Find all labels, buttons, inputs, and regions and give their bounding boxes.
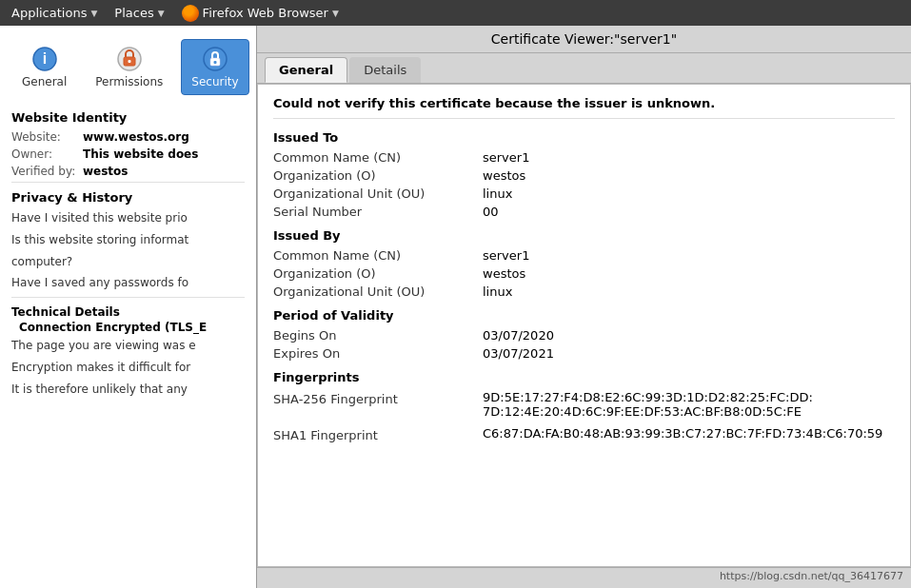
cert-field-row: Organizational Unit (OU)linux — [273, 186, 895, 201]
cert-field-row: Organization (O)westos — [273, 168, 895, 183]
cert-field-row: Begins On03/07/2020 — [273, 328, 895, 343]
sha256-row: SHA-256 Fingerprint 9D:5E:17:27:F4:D8:E2… — [273, 390, 895, 419]
svg-text:i: i — [42, 50, 46, 67]
svg-rect-4 — [128, 60, 130, 63]
tech-line3: It is therefore unlikely that any — [11, 382, 230, 398]
system-topbar: Applications ▼ Places ▼ Firefox Web Brow… — [0, 0, 911, 26]
places-label: Places — [114, 6, 153, 20]
cert-field-row: Expires On03/07/2021 — [273, 346, 895, 361]
cert-field-label: Common Name (CN) — [273, 248, 483, 263]
cert-field-label: Organization (O) — [273, 168, 483, 183]
left-panel: i General Permissions — [0, 26, 257, 588]
firefox-arrow: ▼ — [332, 9, 339, 18]
applications-label: Applications — [11, 6, 87, 20]
verified-label: Verified by: — [11, 165, 83, 178]
security-icon-label: Security — [191, 75, 238, 88]
applications-arrow: ▼ — [90, 9, 97, 18]
firefox-label: Firefox Web Browser — [203, 6, 328, 20]
issued-to-title: Issued To — [273, 130, 895, 145]
validity-title: Period of Validity — [273, 308, 895, 323]
sha1-label: SHA1 Fingerprint — [273, 426, 483, 442]
cert-dialog: Certificate Viewer:"server1" General Det… — [257, 26, 911, 588]
owner-value: This website does — [83, 147, 198, 161]
sha1-row: SHA1 Fingerprint C6:87:DA:FA:B0:48:AB:93… — [273, 426, 895, 442]
cert-field-row: Serial Number00 — [273, 205, 895, 219]
tech-line1: The page you are viewing was e — [11, 338, 230, 354]
svg-rect-7 — [213, 61, 216, 64]
owner-row: Owner: This website does — [11, 147, 245, 161]
cert-field-row: Common Name (CN)server1 — [273, 248, 895, 263]
privacy-q3: Have I saved any passwords fo — [11, 275, 230, 291]
cert-field-label: Serial Number — [273, 205, 483, 219]
cert-field-value: server1 — [483, 150, 529, 165]
status-bar: https://blog.csdn.net/qq_36417677 — [257, 567, 911, 588]
cert-field-value: westos — [483, 168, 525, 183]
cert-field-value: westos — [483, 266, 525, 281]
firefox-icon — [182, 5, 199, 22]
cert-title: Certificate Viewer:"server1" — [491, 31, 677, 47]
cert-tabs: General Details — [257, 53, 911, 84]
tech-details-title: Technical Details — [11, 305, 245, 319]
cert-body: Could not verify this certificate becaus… — [257, 84, 911, 567]
cert-field-value: linux — [483, 186, 512, 201]
permissions-icon-label: Permissions — [95, 75, 163, 88]
fingerprints-title: Fingerprints — [273, 370, 895, 384]
sha256-label: SHA-256 Fingerprint — [273, 390, 483, 406]
places-menu[interactable]: Places ▼ — [107, 4, 171, 22]
privacy-q2b: computer? — [11, 254, 230, 270]
validity-section: Begins On03/07/2020Expires On03/07/2021 — [273, 328, 895, 361]
cert-field-label: Common Name (CN) — [273, 150, 483, 165]
cert-field-label: Expires On — [273, 346, 483, 361]
cert-field-row: Organization (O)westos — [273, 266, 895, 281]
cert-field-label: Organizational Unit (OU) — [273, 186, 483, 201]
url-display: https://blog.csdn.net/qq_36417677 — [720, 570, 903, 582]
security-icon — [202, 46, 228, 72]
issued-by-section: Common Name (CN)server1Organization (O)w… — [273, 248, 895, 299]
privacy-q1: Have I visited this website prio — [11, 210, 230, 226]
website-value: www.westos.org — [83, 130, 189, 144]
sha256-value: 9D:5E:17:27:F4:D8:E2:6C:99:3D:1D:D2:82:2… — [483, 390, 813, 419]
privacy-history-title: Privacy & History — [11, 190, 245, 205]
sha1-value: C6:87:DA:FA:B0:48:AB:93:99:3B:C7:27:BC:7… — [483, 426, 882, 441]
cert-warning: Could not verify this certificate becaus… — [273, 96, 895, 119]
permissions-icon-btn[interactable]: Permissions — [85, 39, 173, 95]
cert-field-value: linux — [483, 284, 512, 299]
cert-field-value: 00 — [483, 205, 499, 219]
privacy-q2: Is this website storing informat — [11, 232, 230, 248]
website-identity-title: Website Identity — [11, 110, 245, 125]
verified-value: westos — [83, 165, 129, 178]
owner-label: Owner: — [11, 147, 83, 161]
general-icon-label: General — [22, 75, 67, 88]
cert-field-row: Common Name (CN)server1 — [273, 150, 895, 165]
cert-field-label: Organizational Unit (OU) — [273, 284, 483, 299]
info-icon: i — [31, 46, 58, 72]
page-info-icons: i General Permissions — [11, 35, 245, 99]
tab-general[interactable]: General — [265, 57, 347, 83]
tab-details[interactable]: Details — [349, 57, 421, 83]
cert-field-value: server1 — [483, 248, 529, 263]
verified-row: Verified by: westos — [11, 165, 245, 178]
tech-connection: Connection Encrypted (TLS_E — [11, 321, 230, 334]
applications-menu[interactable]: Applications ▼ — [4, 4, 105, 22]
cert-field-label: Organization (O) — [273, 266, 483, 281]
cert-field-row: Organizational Unit (OU)linux — [273, 284, 895, 299]
general-icon-btn[interactable]: i General — [11, 39, 77, 95]
cert-titlebar: Certificate Viewer:"server1" — [257, 26, 911, 53]
cert-field-value: 03/07/2020 — [483, 328, 554, 343]
cert-field-value: 03/07/2021 — [483, 346, 554, 361]
cert-field-label: Begins On — [273, 328, 483, 343]
issued-by-title: Issued By — [273, 228, 895, 243]
issued-to-section: Common Name (CN)server1Organization (O)w… — [273, 150, 895, 219]
website-label: Website: — [11, 130, 83, 144]
security-icon-btn[interactable]: Security — [181, 39, 248, 95]
website-row: Website: www.westos.org — [11, 130, 245, 144]
firefox-menu[interactable]: Firefox Web Browser ▼ — [174, 3, 347, 24]
places-arrow: ▼ — [158, 9, 165, 18]
tech-line2: Encryption makes it difficult for — [11, 360, 230, 376]
permissions-icon — [116, 46, 143, 72]
